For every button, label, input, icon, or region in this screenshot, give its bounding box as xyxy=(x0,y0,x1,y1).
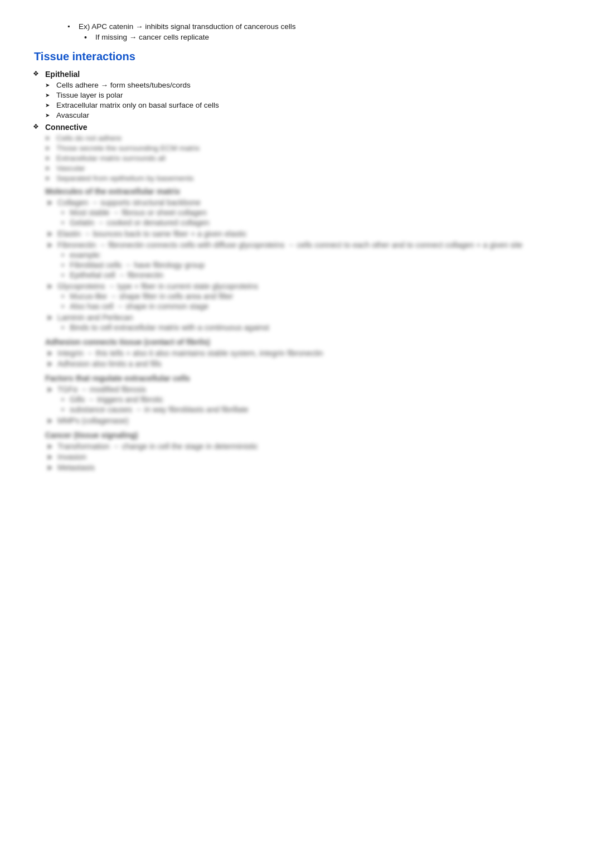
molecules-glycoproteins: ➤ Glycoproteins → type + fiber in curren… xyxy=(57,282,558,311)
adhesion-item-2: ➤ Adhesion also limits a and fills xyxy=(57,359,558,368)
page-content: Ex) APC catenin → inhibits signal transd… xyxy=(34,22,558,472)
molecules-fibronectin-c1: ➤ Fibroblast cells → have fibrology grou… xyxy=(70,261,558,269)
section-title: Tissue interactions xyxy=(34,50,558,63)
cancer-item-2: ➤ Invasion xyxy=(57,452,558,461)
epithelial-item: Epithelial Cells adhere → form sheets/tu… xyxy=(45,70,558,119)
factors-label: Factors that regulate extracellular cell… xyxy=(45,374,558,383)
connective-item-4: Vascular xyxy=(56,164,558,172)
factors-item-1-c1: ➤ Gills → triggers and fibrotic xyxy=(70,395,558,404)
molecules-laminin: ➤ Laminin and Perlecan ➤ Binds to cell e… xyxy=(57,313,558,332)
epithelial-item-2: Tissue layer is polar xyxy=(56,91,558,99)
epithelial-item-4: Avascular xyxy=(56,111,558,119)
molecules-laminin-c1: ➤ Binds to cell extracellular matrix wit… xyxy=(70,323,558,332)
molecules-label: Molecules of the extracellular matrix xyxy=(45,187,558,196)
factors-item-2: ➤ MMPs (collagenase) xyxy=(57,416,558,425)
factors-item-1: ➤ TGFα → modified fibrosis ➤ Gills → tri… xyxy=(57,385,558,414)
circle-bullet-item: If missing → cancer cells replicate xyxy=(79,33,558,41)
molecules-section: Molecules of the extracellular matrix ➤ … xyxy=(34,187,558,332)
square-bullet-item: Ex) APC catenin → inhibits signal transd… xyxy=(79,22,558,31)
connective-item-3: Extracellular matrix surrounds all xyxy=(56,154,558,162)
cancer-section: Cancer (tissue signaling) ➤ Transformati… xyxy=(34,431,558,472)
connective-list: Cells do not adhere Those secrete the su… xyxy=(45,134,558,182)
molecules-fibronectin-c0: ➤ example: xyxy=(70,250,558,259)
molecules-collagen: ➤ Collagen → supports structural backbon… xyxy=(57,198,558,227)
adhesion-section: Adhesion connects tissue (contact of fib… xyxy=(34,337,558,368)
molecules-glyco-c2: ➤ Also has cell → shape in common stage xyxy=(70,302,558,311)
connective-item-1: Cells do not adhere xyxy=(56,134,558,142)
cancer-item-1: ➤ Transformation → change in cell the st… xyxy=(57,442,558,451)
factors-item-1-c2: ➤ substance causes → in way fibroblasts … xyxy=(70,405,558,414)
connective-item: Connective Cells do not adhere Those sec… xyxy=(45,123,558,182)
epithelial-list: Cells adhere → form sheets/tubes/cords T… xyxy=(45,81,558,119)
factors-section: Factors that regulate extracellular cell… xyxy=(34,374,558,425)
molecules-fibronectin-c2: ➤ Epithelial cell → fibronectin xyxy=(70,271,558,279)
epithelial-item-1: Cells adhere → form sheets/tubes/cords xyxy=(56,81,558,89)
adhesion-label: Adhesion connects tissue (contact of fib… xyxy=(45,337,558,346)
molecules-glyco-c1: ➤ Mucus-like → shape filter in cells are… xyxy=(70,292,558,301)
cancer-label: Cancer (tissue signaling) xyxy=(45,431,558,440)
molecules-fibronectin: ➤ Fibronectin → fibronectin connects cel… xyxy=(57,240,558,279)
molecules-collagen-c2: ➤ Gelatin → cooked or denatured collagen xyxy=(70,218,558,227)
molecules-collagen-c1: ➤ Most stable → fibrous or sheet collage… xyxy=(70,208,558,217)
epithelial-item-3: Extracellular matrix only on basal surfa… xyxy=(56,101,558,109)
connective-label: Connective xyxy=(45,123,87,132)
connective-item-5: Separated from epithelium by basements xyxy=(56,174,558,182)
epithelial-section: Epithelial Cells adhere → form sheets/tu… xyxy=(34,70,558,182)
epithelial-label: Epithelial xyxy=(45,70,80,79)
molecules-elastin: ➤ Elastin → bounces back to same fiber +… xyxy=(57,229,558,238)
connective-item-2: Those secrete the surrounding ECM matrix xyxy=(56,144,558,152)
cancer-item-3: ➤ Metastasis xyxy=(57,463,558,472)
adhesion-item-1: ➤ Integrin → this tells + also it also m… xyxy=(57,349,558,358)
top-bullets-section: Ex) APC catenin → inhibits signal transd… xyxy=(34,22,558,41)
